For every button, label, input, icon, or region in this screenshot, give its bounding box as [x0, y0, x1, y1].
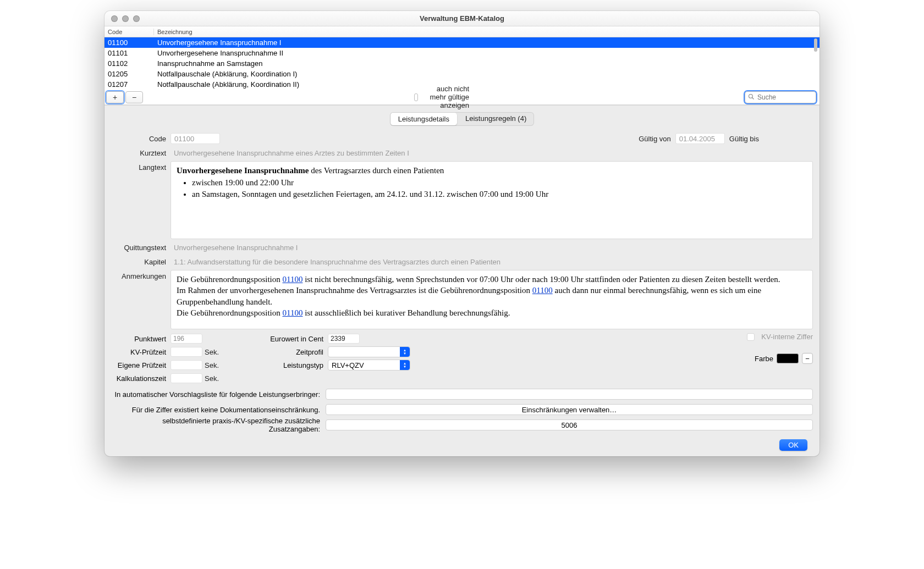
label-eigene-pruefzeit: Eigene Prüfzeit [111, 361, 166, 369]
label-langtext: Langtext [111, 163, 166, 172]
label-kv-pruefzeit: KV-Prüfzeit [111, 348, 166, 356]
langtext-field[interactable]: Unvorhergesehene Inanspruchnahme des Ver… [170, 161, 813, 239]
table-row[interactable]: 01100 Unvorhergesehene Inanspruchnahme I [105, 37, 820, 48]
tabs: Leistungsdetails Leistungsregeln (4) [111, 112, 813, 126]
scrollbar[interactable] [814, 37, 818, 90]
cell-code: 01101 [105, 49, 154, 57]
remove-color-button[interactable]: − [802, 353, 813, 364]
label-valid-from: Gültig von [639, 135, 671, 143]
label-auto-list: In automatischer Vorschlagsliste für fol… [111, 390, 320, 399]
eurowert-field[interactable] [328, 334, 360, 344]
link-code-01100[interactable]: 01100 [282, 275, 302, 284]
unit-sek: Sek. [205, 361, 219, 369]
cell-desc: Inanspruchnahme an Samstagen [154, 59, 820, 68]
search-icon [748, 93, 755, 102]
label-extra: selbstdefinierte praxis-/KV-spezifische … [111, 417, 320, 433]
label-anmerkungen: Anmerkungen [111, 272, 166, 280]
cell-code: 01207 [105, 80, 154, 89]
kurztext-field[interactable] [170, 149, 813, 157]
minus-icon: − [132, 93, 136, 102]
cell-desc: Notfallpauschale (Abklärung, Koordinatio… [154, 70, 820, 78]
chevron-updown-icon: ▲▼ [400, 347, 410, 357]
titlebar: Verwaltung EBM-Katalog [105, 11, 820, 26]
label-punktwert: Punktwert [111, 335, 166, 343]
kv-intern-checkbox[interactable]: KV-interne Ziffer [747, 333, 813, 341]
leistungstyp-select[interactable]: RLV+QZV ▲▼ [328, 360, 410, 371]
remove-button[interactable]: − [125, 91, 143, 103]
label-valid-to: Gültig bis [729, 135, 759, 143]
valid-to-field[interactable] [763, 133, 813, 144]
zeitprofil-select[interactable]: ▲▼ [328, 346, 410, 357]
label-code: Code [111, 135, 166, 143]
auto-list-field[interactable] [326, 389, 813, 400]
svg-line-1 [752, 97, 754, 99]
ok-button[interactable]: OK [779, 439, 807, 451]
kv-pruefzeit-field[interactable] [170, 347, 202, 357]
checkbox-icon [747, 333, 755, 341]
table-body: 01100 Unvorhergesehene Inanspruchnahme I… [105, 37, 820, 90]
search-field [745, 91, 816, 103]
punktwert-field[interactable] [170, 334, 202, 344]
label-kurztext: Kurztext [111, 149, 166, 157]
window-title: Verwaltung EBM-Katalog [105, 14, 820, 23]
label-quittungstext: Quittungstext [111, 244, 166, 252]
cell-code: 01205 [105, 70, 154, 78]
unit-sek: Sek. [205, 374, 219, 383]
detail-pane: Leistungsdetails Leistungsregeln (4) Cod… [105, 106, 820, 456]
code-field[interactable] [170, 133, 220, 144]
col-header-code[interactable]: Code [105, 29, 154, 35]
scroll-thumb-icon[interactable] [814, 38, 817, 52]
valid-from-field[interactable] [675, 133, 725, 144]
cell-desc: Unvorhergesehene Inanspruchnahme I [154, 38, 820, 47]
cell-desc: Unvorhergesehene Inanspruchnahme II [154, 49, 820, 57]
cell-desc: Notfallpauschale (Abklärung, Koordinatio… [154, 80, 820, 89]
table-row[interactable]: 01207 Notfallpauschale (Abklärung, Koord… [105, 79, 820, 90]
kalkulationszeit-field[interactable] [170, 373, 202, 383]
label-leistungstyp: Leistungstyp [263, 361, 323, 369]
unit-sek: Sek. [205, 348, 219, 356]
table-row[interactable]: 01205 Notfallpauschale (Abklärung, Koord… [105, 69, 820, 79]
cell-code: 01102 [105, 59, 154, 68]
link-code-01100[interactable]: 01100 [532, 286, 553, 295]
label-doc-restriction: Für die Ziffer existiert keine Dokumenta… [111, 406, 320, 414]
table-row[interactable]: 01102 Inanspruchnahme an Samstagen [105, 58, 820, 69]
catalog-table: Code Bezeichnung 01100 Unvorhergesehene … [105, 26, 820, 106]
checkbox-icon [414, 93, 418, 101]
svg-point-0 [749, 94, 753, 98]
plus-icon: + [113, 93, 117, 102]
minus-icon: − [805, 355, 810, 363]
label-farbe: Farbe [755, 355, 773, 363]
label-kalkulationszeit: Kalkulationszeit [111, 374, 166, 383]
link-code-01100[interactable]: 01100 [282, 308, 302, 317]
kapitel-field[interactable] [170, 258, 813, 266]
table-row[interactable]: 01101 Unvorhergesehene Inanspruchnahme I… [105, 48, 820, 58]
label-eurowert: Eurowert in Cent [263, 335, 323, 343]
label-kapitel: Kapitel [111, 258, 166, 266]
table-toolbar: + − auch nicht mehr gültige anzeigen [105, 90, 820, 105]
cell-code: 01100 [105, 38, 154, 47]
quittungstext-field[interactable] [170, 244, 813, 252]
label-zeitprofil: Zeitprofil [263, 348, 323, 356]
col-header-desc[interactable]: Bezeichnung [154, 29, 820, 35]
window: Verwaltung EBM-Katalog Code Bezeichnung … [105, 11, 820, 456]
tab-rules[interactable]: Leistungsregeln (4) [458, 112, 534, 126]
extra-field[interactable]: 5006 [326, 419, 813, 430]
search-input[interactable] [745, 91, 816, 103]
color-swatch[interactable] [777, 353, 799, 363]
chevron-updown-icon: ▲▼ [400, 360, 410, 370]
table-header: Code Bezeichnung [105, 26, 820, 37]
add-button[interactable]: + [106, 91, 124, 103]
eigene-pruefzeit-field[interactable] [170, 360, 202, 370]
anmerkungen-field[interactable]: Die Gebührenordnungsposition 01100 ist n… [170, 270, 813, 329]
tab-details[interactable]: Leistungsdetails [391, 113, 457, 125]
manage-restrictions-button[interactable]: Einschränkungen verwalten… [326, 404, 813, 415]
